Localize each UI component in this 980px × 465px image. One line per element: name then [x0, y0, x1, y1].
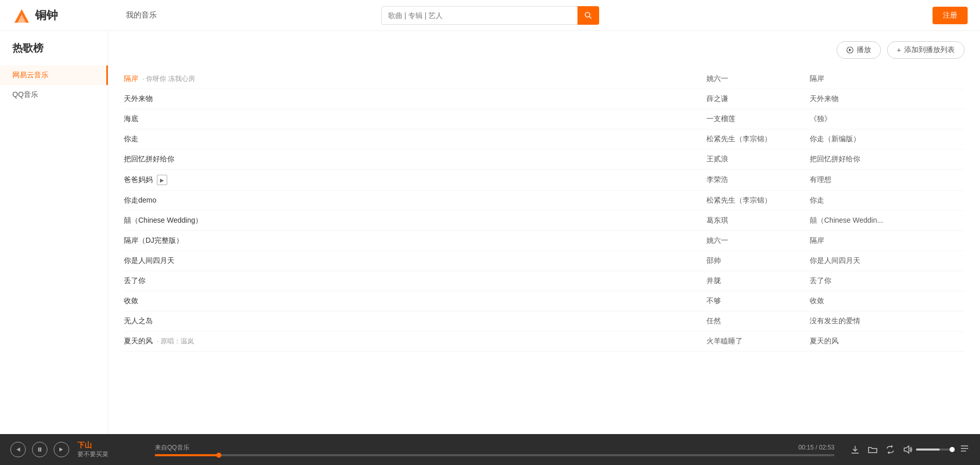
song-row[interactable]: 夏天的风 · 原唱：温岚 火羊瞌睡了 夏天的风	[124, 331, 965, 352]
sidebar-item-netease[interactable]: 网易云音乐	[0, 65, 108, 85]
player-song-sub: 要不要买菜	[77, 450, 139, 459]
svg-marker-9	[59, 447, 63, 452]
song-name: 无人之岛	[124, 317, 706, 326]
main-content: 热歌榜 网易云音乐 QQ音乐 播放 + 添加到播放列表 隔岸 · 你呀你 冻我心…	[0, 31, 980, 434]
song-album: 没有发生的爱情	[810, 317, 965, 326]
register-button[interactable]: 注册	[933, 7, 968, 24]
prev-icon	[15, 447, 21, 452]
svg-marker-12	[904, 446, 909, 453]
song-album: 囍（Chinese Weddin...	[810, 216, 965, 225]
song-row[interactable]: 你走demo 松紧先生（李宗锦） 你走	[124, 191, 965, 211]
player-song-info: 下山 要不要买菜	[77, 441, 139, 459]
song-row[interactable]: 海底 一支榴莲 《独》	[124, 109, 965, 129]
play-icon	[846, 46, 854, 54]
song-album: 天外来物	[810, 94, 965, 104]
song-name: 你是人间四月天	[124, 256, 706, 265]
page-title: 热歌榜	[0, 41, 108, 65]
song-name: 隔岸（DJ完整版）	[124, 236, 706, 245]
player-progress-area: 来自QQ音乐 00:15 / 02:53	[155, 443, 834, 456]
song-artist: 松紧先生（李宗锦）	[706, 135, 810, 144]
volume-track[interactable]	[916, 449, 952, 451]
player-source: 来自QQ音乐	[155, 443, 189, 452]
pause-button[interactable]	[32, 442, 47, 457]
svg-rect-7	[38, 447, 40, 452]
song-row[interactable]: 爸爸妈妈 ▶ 李荣浩 有理想	[124, 170, 965, 191]
song-album: 《独》	[810, 114, 965, 124]
playlist-button[interactable]	[959, 443, 970, 456]
song-name: 把回忆拼好给你	[124, 155, 706, 164]
progress-track[interactable]	[155, 454, 834, 456]
song-artist: 松紧先生（李宗锦）	[706, 196, 810, 205]
svg-point-2	[585, 12, 590, 17]
song-row[interactable]: 囍（Chinese Wedding） 葛东琪 囍（Chinese Weddin.…	[124, 211, 965, 231]
song-album: 你走	[810, 196, 965, 205]
volume-button[interactable]	[903, 444, 913, 455]
song-row[interactable]: 把回忆拼好给你 王贰浪 把回忆拼好给你	[124, 150, 965, 170]
mv-icon[interactable]: ▶	[157, 175, 167, 185]
song-row[interactable]: 丢了你 井胧 丢了你	[124, 271, 965, 291]
song-artist: 姚六一	[706, 236, 810, 245]
repeat-icon	[885, 444, 895, 455]
svg-marker-5	[849, 48, 852, 52]
player-time: 00:15 / 02:53	[798, 444, 834, 451]
search-input[interactable]	[381, 6, 577, 25]
toolbar: 播放 + 添加到播放列表	[124, 41, 965, 59]
progress-fill	[155, 454, 219, 456]
sidebar-item-qq[interactable]: QQ音乐	[0, 85, 108, 105]
song-row[interactable]: 隔岸 · 你呀你 冻我心房 姚六一 隔岸	[124, 69, 965, 89]
prev-button[interactable]	[10, 442, 26, 457]
song-name: 你走demo	[124, 196, 706, 205]
play-button[interactable]: 播放	[837, 41, 881, 59]
song-row[interactable]: 你走 松紧先生（李宗锦） 你走（新编版）	[124, 129, 965, 150]
song-row[interactable]: 你是人间四月天 邵帅 你是人间四月天	[124, 251, 965, 271]
song-artist: 不够	[706, 296, 810, 306]
download-button[interactable]	[850, 444, 860, 455]
song-row[interactable]: 天外来物 薛之谦 天外来物	[124, 89, 965, 109]
song-album: 你是人间四月天	[810, 256, 965, 265]
player-song-title: 下山	[77, 441, 139, 450]
volume-fill	[916, 449, 940, 451]
song-row[interactable]: 无人之岛 任然 没有发生的爱情	[124, 311, 965, 331]
song-name: 爸爸妈妈 ▶	[124, 175, 706, 185]
player-right-controls	[850, 443, 970, 456]
folder-icon	[867, 444, 878, 455]
svg-marker-6	[17, 447, 20, 452]
logo-text: 铜钟	[35, 8, 58, 23]
song-artist: 王贰浪	[706, 155, 810, 164]
search-icon	[584, 11, 592, 20]
volume-thumb	[950, 447, 955, 452]
song-name: 丢了你	[124, 276, 706, 286]
song-name: 天外来物	[124, 94, 706, 104]
song-artist: 井胧	[706, 276, 810, 286]
song-name: 囍（Chinese Wedding）	[124, 216, 706, 225]
song-album: 你走（新编版）	[810, 135, 965, 144]
song-row[interactable]: 隔岸（DJ完整版） 姚六一 隔岸	[124, 231, 965, 251]
song-row[interactable]: 收敛 不够 收敛	[124, 291, 965, 311]
song-album: 隔岸	[810, 236, 965, 245]
song-album: 丢了你	[810, 276, 965, 286]
song-album: 夏天的风	[810, 337, 965, 346]
player-controls	[10, 442, 69, 457]
pause-icon	[37, 447, 42, 452]
volume-area	[903, 444, 952, 455]
next-button[interactable]	[54, 442, 69, 457]
repeat-button[interactable]	[885, 444, 895, 455]
song-name: 隔岸 · 你呀你 冻我心房	[124, 74, 706, 84]
search-button[interactable]	[577, 6, 599, 25]
volume-icon	[903, 444, 913, 455]
song-album: 隔岸	[810, 74, 965, 84]
logo-icon	[12, 6, 31, 25]
progress-thumb	[216, 453, 221, 458]
song-list-area: 播放 + 添加到播放列表 隔岸 · 你呀你 冻我心房 姚六一 隔岸 天外来物 薛…	[108, 31, 980, 434]
song-artist: 火羊瞌睡了	[706, 337, 810, 346]
folder-button[interactable]	[867, 444, 878, 455]
song-artist: 一支榴莲	[706, 114, 810, 124]
add-playlist-button[interactable]: + 添加到播放列表	[887, 41, 965, 59]
song-album: 有理想	[810, 175, 965, 185]
song-artist: 薛之谦	[706, 94, 810, 104]
nav-my-music[interactable]: 我的音乐	[126, 10, 157, 20]
song-album: 把回忆拼好给你	[810, 155, 965, 164]
song-artist: 姚六一	[706, 74, 810, 84]
svg-line-3	[589, 16, 591, 19]
search-area	[381, 6, 599, 25]
